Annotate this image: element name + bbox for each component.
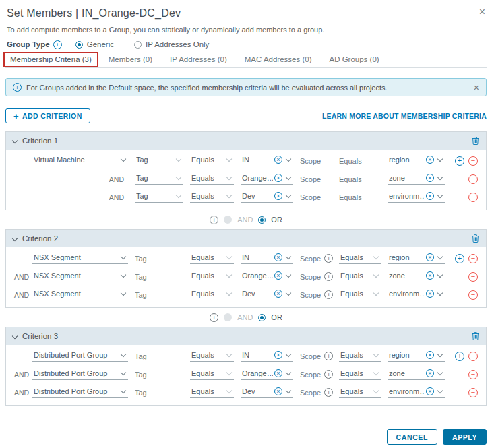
clear-icon[interactable] [274,192,282,200]
remove-row-icon[interactable] [468,272,478,282]
remove-row-icon[interactable] [468,290,478,300]
operator-select[interactable]: Equals [190,271,241,282]
entity-select[interactable]: Virtual Machine [32,155,135,166]
group-type-label: Group Type [7,40,50,49]
clear-icon[interactable] [426,192,434,200]
scope-operator-select[interactable]: Equals [339,253,388,264]
operator-value: Equals [191,351,223,359]
operator-select[interactable]: Equals [190,289,241,300]
banner-close-icon[interactable] [474,83,479,92]
remove-row-icon[interactable] [468,156,478,166]
clear-icon[interactable] [274,253,282,261]
trash-icon[interactable] [472,234,479,243]
scope-operator-select[interactable]: Equals [339,387,388,398]
operator-select[interactable]: Equals [190,155,241,166]
criterion-2-header[interactable]: Criterion 2 [6,230,486,247]
apply-button[interactable]: APPLY [443,429,487,445]
operator-select[interactable]: Equals [190,387,241,398]
tag-value-combobox[interactable]: Orange… [241,271,300,282]
scope-value-combobox[interactable]: environm… [388,289,452,300]
operator-value: Equals [191,253,223,261]
remove-row-icon[interactable] [468,193,478,202]
tag-value-combobox[interactable]: IN [241,350,300,362]
tab-ad-groups[interactable]: AD Groups (0) [329,52,379,67]
clear-icon[interactable] [274,351,282,359]
tag-value-combobox[interactable]: IN [241,155,300,166]
clear-icon[interactable] [426,156,434,164]
scope-value-combobox[interactable]: region [388,350,452,362]
tag-value-combobox[interactable]: Orange… [241,369,300,380]
criterion-1-header[interactable]: Criterion 1 [6,132,486,150]
tag-select[interactable]: Tag [135,155,190,166]
scope-operator-select[interactable]: Equals [339,271,388,282]
scope-operator-select[interactable]: Equals [339,369,388,380]
operator-select[interactable]: Equals [190,253,241,264]
clear-icon[interactable] [426,387,434,395]
or-radio-selected[interactable] [258,314,266,321]
remove-row-icon[interactable] [468,254,478,263]
radio-generic[interactable]: Generic [75,40,114,49]
add-row-icon[interactable] [455,156,464,166]
entity-select[interactable]: NSX Segment [32,271,135,282]
and-radio-disabled[interactable] [224,313,232,321]
scope-value-combobox[interactable]: environm… [388,191,452,203]
remove-row-icon[interactable] [468,352,478,361]
scope-value-combobox[interactable]: region [388,155,452,166]
operator-select[interactable]: Equals [190,369,241,380]
criterion-3-header[interactable]: Criterion 3 [6,327,486,345]
clear-icon[interactable] [426,253,434,261]
tag-value-combobox[interactable]: Orange… [241,173,300,185]
operator-select[interactable]: Equals [190,191,241,203]
radio-ip-addresses-only[interactable]: IP Addresses Only [134,40,209,49]
clear-icon[interactable] [274,387,282,395]
tag-value-combobox[interactable]: Dev [241,289,300,300]
scope-operator-select[interactable]: Equals [339,350,388,362]
clear-icon[interactable] [274,369,282,377]
tag-value-combobox[interactable]: IN [241,253,300,264]
add-row-icon[interactable] [455,352,464,361]
tag-value-combobox[interactable]: Dev [241,191,300,203]
clear-icon[interactable] [426,369,434,377]
trash-icon[interactable] [472,137,479,145]
and-radio-disabled[interactable] [224,216,232,224]
operator-select[interactable]: Equals [190,173,241,185]
clear-icon[interactable] [274,156,282,164]
learn-more-link[interactable]: LEARN MORE ABOUT MEMBERSHIP CRITERIA [322,112,487,120]
clear-icon[interactable] [426,290,434,298]
or-radio-selected[interactable] [258,216,266,224]
entity-select[interactable]: NSX Segment [32,289,135,300]
tab-mac-addresses[interactable]: MAC Addresses (0) [245,52,312,67]
add-criterion-button[interactable]: ADD CRITERION [5,108,90,123]
close-icon[interactable] [479,7,485,17]
remove-row-icon[interactable] [468,370,478,379]
entity-select[interactable]: Distributed Port Group [32,350,135,362]
tag-select[interactable]: Tag [135,191,190,203]
scope-value-combobox[interactable]: zone [388,271,452,282]
entity-select[interactable]: NSX Segment [32,253,135,264]
add-row-icon[interactable] [455,254,464,263]
chevron-down-icon [286,351,291,356]
clear-icon[interactable] [274,290,282,298]
clear-icon[interactable] [274,271,282,280]
scope-operator-select[interactable]: Equals [339,289,388,300]
clear-icon[interactable] [426,351,434,359]
entity-select[interactable]: Distributed Port Group [32,369,135,380]
scope-value-combobox[interactable]: region [388,253,452,264]
tab-members[interactable]: Members (0) [109,52,152,67]
tag-select[interactable]: Tag [135,173,190,185]
trash-icon[interactable] [472,332,479,340]
clear-icon[interactable] [426,174,434,182]
operator-select[interactable]: Equals [190,350,241,362]
remove-row-icon[interactable] [468,388,478,397]
scope-value-combobox[interactable]: zone [388,369,452,380]
cancel-button[interactable]: CANCEL [387,429,437,445]
scope-value-combobox[interactable]: environm… [388,387,452,398]
entity-select[interactable]: Distributed Port Group [32,387,135,398]
tag-value-combobox[interactable]: Dev [241,387,300,398]
remove-row-icon[interactable] [468,174,478,184]
tab-membership-criteria[interactable]: Membership Criteria (3) [3,52,98,67]
scope-value-combobox[interactable]: zone [388,173,452,185]
clear-icon[interactable] [426,271,434,280]
clear-icon[interactable] [274,174,282,182]
tab-ip-addresses[interactable]: IP Addresses (0) [170,52,227,67]
